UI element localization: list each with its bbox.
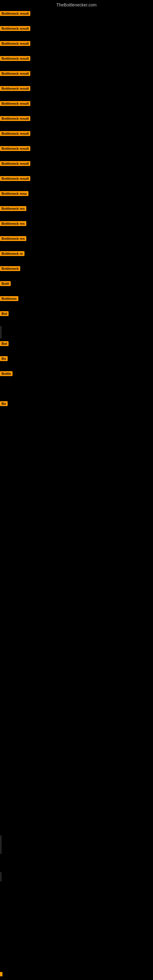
bottleneck-badge-15[interactable]: Bottleneck res: [0, 236, 26, 241]
bottleneck-badge-12[interactable]: Bottleneck resu: [0, 191, 29, 196]
bottleneck-row-5: Bottleneck result: [0, 86, 30, 91]
bottleneck-badge-23[interactable]: Bo: [0, 356, 8, 361]
vertical-line-bottom-2: [1, 872, 1, 881]
bottleneck-row-6: Bottleneck result: [0, 101, 30, 106]
bottleneck-badge-3[interactable]: Bottleneck result: [0, 56, 30, 61]
bottleneck-row-15: Bottleneck res: [0, 236, 26, 241]
bottleneck-row-13: Bottleneck res: [0, 206, 26, 211]
bottleneck-row-19: Bottlenec: [0, 296, 18, 301]
bottleneck-row-18: Bottl: [0, 281, 11, 286]
bottleneck-row-4: Bottleneck result: [0, 71, 30, 76]
bottleneck-badge-18[interactable]: Bottl: [0, 281, 11, 286]
bottleneck-badge-17[interactable]: Bottleneck: [0, 266, 20, 271]
bottleneck-row-17: Bottleneck: [0, 266, 20, 271]
bottleneck-badge-26[interactable]: Bo: [0, 401, 8, 406]
bottleneck-badge-24[interactable]: Bottle: [0, 371, 13, 376]
bottleneck-badge-20[interactable]: Bot: [0, 311, 9, 316]
bottleneck-badge-19[interactable]: Bottlenec: [0, 296, 18, 301]
bottleneck-row-12: Bottleneck resu: [0, 191, 29, 196]
bottleneck-badge-5[interactable]: Bottleneck result: [0, 86, 30, 91]
bottleneck-badge-1[interactable]: Bottleneck result: [0, 26, 30, 31]
bottleneck-badge-2[interactable]: Bottleneck result: [0, 41, 30, 46]
bottleneck-row-0: Bottleneck result: [0, 11, 30, 16]
bottleneck-badge-11[interactable]: Bottleneck result: [0, 176, 30, 181]
bottleneck-badge-9[interactable]: Bottleneck result: [0, 146, 30, 151]
bottleneck-row-24: Bottle: [0, 371, 13, 376]
bottleneck-badge-6[interactable]: Bottleneck result: [0, 101, 30, 106]
bottleneck-badge-13[interactable]: Bottleneck res: [0, 206, 26, 211]
bottleneck-row-11: Bottleneck result: [0, 176, 30, 181]
bottleneck-row-8: Bottleneck result: [0, 131, 30, 136]
bottleneck-badge-7[interactable]: Bottleneck result: [0, 116, 30, 121]
bottleneck-row-20: Bot: [0, 311, 9, 316]
bottleneck-row-10: Bottleneck result: [0, 161, 30, 166]
bottleneck-row-1: Bottleneck result: [0, 26, 30, 31]
bottleneck-badge-10[interactable]: Bottleneck result: [0, 161, 30, 166]
bottleneck-row-26: Bo: [0, 401, 8, 406]
bottleneck-badge-0[interactable]: Bottleneck result: [0, 11, 30, 16]
site-title: TheBottlenecker.com: [0, 0, 153, 9]
bottleneck-row-7: Bottleneck result: [0, 116, 30, 121]
bottleneck-row-2: Bottleneck result: [0, 41, 30, 46]
bottom-marker: [0, 972, 2, 976]
bottleneck-badge-16[interactable]: Bottleneck re: [0, 251, 24, 256]
bottleneck-badge-4[interactable]: Bottleneck result: [0, 71, 30, 76]
bottleneck-badge-14[interactable]: Bottleneck res: [0, 221, 26, 226]
bottleneck-row-14: Bottleneck res: [0, 221, 26, 226]
bottleneck-row-23: Bo: [0, 356, 8, 361]
bottleneck-badge-8[interactable]: Bottleneck result: [0, 131, 30, 136]
vertical-line-21: [1, 326, 1, 339]
vertical-line-bottom-1: [1, 835, 1, 854]
bottleneck-row-3: Bottleneck result: [0, 56, 30, 61]
bottleneck-row-9: Bottleneck result: [0, 146, 30, 151]
bottleneck-row-16: Bottleneck re: [0, 251, 24, 256]
bottleneck-badge-22[interactable]: Bot: [0, 341, 9, 346]
bottleneck-row-22: Bot: [0, 341, 9, 346]
